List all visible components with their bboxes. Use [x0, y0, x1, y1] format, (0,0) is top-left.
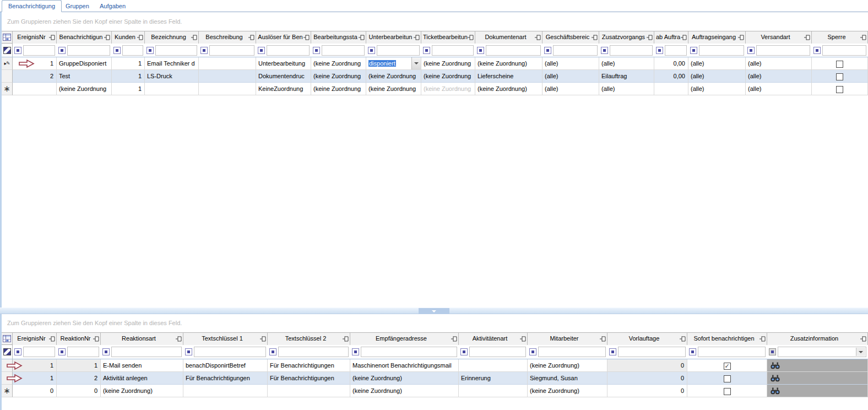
filter-input[interactable] [377, 45, 420, 56]
cell-unterbearbeitun[interactable]: (keine Zuordnung [366, 83, 421, 95]
checkbox-cell[interactable] [812, 57, 868, 70]
cell-ereignisnr[interactable]: 2 [13, 70, 57, 83]
column-header-textschl-ssel-1[interactable]: Textschlüssel 1 [183, 333, 268, 345]
cell-mitarbeiter[interactable]: Siegmund, Susan [528, 372, 607, 385]
pin-icon[interactable] [647, 35, 653, 40]
filter-button-icon[interactable] [813, 47, 821, 54]
filter-button-icon[interactable] [14, 47, 21, 54]
filter-button-icon[interactable] [113, 47, 121, 54]
cell-zusatzvorgangs[interactable]: (alle) [599, 83, 654, 95]
cell-gesch-ftsbereic[interactable]: (alle) [542, 70, 599, 83]
filter-button-icon[interactable] [147, 47, 154, 54]
checkbox-unchecked[interactable] [836, 86, 843, 93]
pin-icon[interactable] [468, 35, 474, 40]
cell-zusatzvorgangs[interactable]: (alle) [599, 57, 654, 70]
filter-input[interactable] [322, 45, 365, 56]
column-header-ab-auftra[interactable]: ab Auftra [654, 31, 688, 44]
pin-icon[interactable] [520, 336, 526, 342]
cell-reaktionsart[interactable]: (keine Zuordnung) [101, 385, 183, 397]
binoculars-icon[interactable] [771, 362, 780, 369]
column-header-ereignisnr[interactable]: EreignisNr [13, 31, 57, 44]
cell-ab-auftra[interactable]: 0,00 [654, 70, 688, 83]
combo-dropdown-button[interactable] [411, 57, 421, 69]
cell-ab-auftra[interactable] [654, 83, 688, 95]
pin-icon[interactable] [49, 336, 55, 342]
table-row[interactable]: 2Test1LS-DruckDokumentendruc(keine Zuord… [2, 70, 868, 83]
checkbox-unchecked[interactable] [724, 375, 731, 382]
cell-ereignisnr[interactable]: 0 [13, 385, 57, 397]
column-header-mitarbeiter[interactable]: Mitarbeiter [528, 333, 607, 345]
filter-button-icon[interactable] [200, 47, 208, 54]
pin-icon[interactable] [681, 35, 687, 40]
filter-button-icon[interactable] [769, 348, 776, 355]
checkbox-unchecked[interactable] [836, 61, 843, 68]
filter-button-icon[interactable] [747, 47, 755, 54]
column-header-auftragseingang[interactable]: Auftragseingang [688, 31, 746, 44]
filter-button-icon[interactable] [368, 47, 375, 54]
cell-textschl-ssel-2[interactable] [268, 385, 350, 397]
cell-benachrichtigun[interactable]: (keine Zuordnung [57, 83, 112, 95]
filter-input[interactable] [155, 45, 197, 56]
cell-reaktionsart[interactable]: E-Mail senden [101, 359, 183, 372]
cell-textschl-ssel-1[interactable] [183, 385, 268, 397]
table-row[interactable]: ∗00(keine Zuordnung)(keine Zuordnung)(ke… [2, 385, 868, 397]
filter-button-icon[interactable] [423, 47, 430, 54]
pin-icon[interactable] [860, 336, 866, 342]
filter-button-icon[interactable] [689, 348, 696, 355]
binoculars-icon[interactable] [771, 375, 780, 382]
cell-vorlauftage[interactable]: 0 [607, 372, 687, 385]
cell-ereignisnr[interactable]: 1 [13, 359, 57, 372]
cell-bezeichnung[interactable] [145, 83, 199, 95]
column-header-kunden[interactable]: Kunden [112, 31, 145, 44]
pin-icon[interactable] [343, 336, 349, 342]
cell-versandart[interactable]: (alle) [746, 83, 812, 95]
filter-input[interactable] [122, 45, 143, 56]
checkbox-checked[interactable]: ✓ [724, 363, 731, 370]
customize-grid-icon[interactable] [2, 333, 13, 344]
column-header-sperre[interactable]: Sperre [812, 31, 868, 44]
cell-mitarbeiter[interactable]: (keine Zuordnung) [528, 359, 607, 372]
filter-input[interactable] [209, 45, 254, 56]
column-header-ticketbearbeitun[interactable]: Ticketbearbeitun [421, 31, 475, 44]
cell-kunden[interactable]: 1 [112, 57, 145, 70]
cell-reaktionnr[interactable]: 2 [57, 372, 101, 385]
splitter-collapse-button[interactable] [419, 308, 449, 314]
column-header-aktivit-tenart[interactable]: Aktivitätenart [459, 333, 528, 345]
filter-input[interactable] [23, 45, 55, 56]
checkbox-unchecked[interactable] [836, 73, 843, 80]
filter-input[interactable] [111, 347, 182, 357]
tab-gruppen[interactable]: Gruppen [59, 1, 95, 12]
filter-button-icon[interactable] [258, 47, 265, 54]
cell-beschreibung[interactable] [199, 57, 256, 70]
cell-dokumentenart[interactable]: (keine Zuordnung) [475, 83, 542, 95]
pin-icon[interactable] [104, 35, 110, 40]
filter-button-icon[interactable] [690, 47, 697, 54]
column-header-reaktionsart[interactable]: Reaktionsart [101, 333, 183, 345]
cell-bearbeitungssta[interactable]: (keine Zuordnung [311, 83, 366, 95]
column-header-vorlauftage[interactable]: Vorlauftage [607, 333, 687, 345]
column-header-beschreibung[interactable]: Beschreibung [199, 31, 256, 44]
filter-input[interactable] [610, 45, 653, 56]
cell-textschl-ssel-1[interactable]: benachDisponirtBetref [183, 359, 268, 372]
filter-input[interactable] [778, 347, 866, 357]
filter-input[interactable] [618, 347, 686, 357]
cell-ausl-ser-f-r-ben[interactable]: Dokumentendruc [256, 70, 311, 83]
checkbox-cell[interactable] [812, 70, 868, 83]
cell-bezeichnung[interactable]: Email Techniker d [145, 57, 199, 70]
cell-zusatzvorgangs[interactable]: Eilauftrag [599, 70, 654, 83]
filter-edit-icon[interactable] [2, 44, 13, 57]
filter-input[interactable] [432, 45, 474, 56]
column-header-bezeichnung[interactable]: Bezeichnung [145, 31, 199, 44]
filter-button-icon[interactable] [102, 348, 110, 355]
cell-versandart[interactable]: (alle) [746, 70, 812, 83]
pin-icon[interactable] [804, 35, 810, 40]
checkbox-cell[interactable] [687, 372, 767, 385]
column-header-zusatzinformation[interactable]: Zusatzinformation [767, 333, 868, 345]
column-header-benachrichtigun[interactable]: Benachrichtigun [57, 31, 112, 44]
cell-reaktionnr[interactable]: 1 [57, 359, 101, 372]
customize-grid-icon[interactable] [2, 31, 13, 43]
cell-dokumentenart[interactable]: (keine Zuordnung) [475, 57, 542, 70]
pin-icon[interactable] [738, 35, 744, 40]
inline-combo-editor[interactable]: disponiert [366, 57, 421, 70]
filter-input[interactable] [538, 347, 606, 357]
